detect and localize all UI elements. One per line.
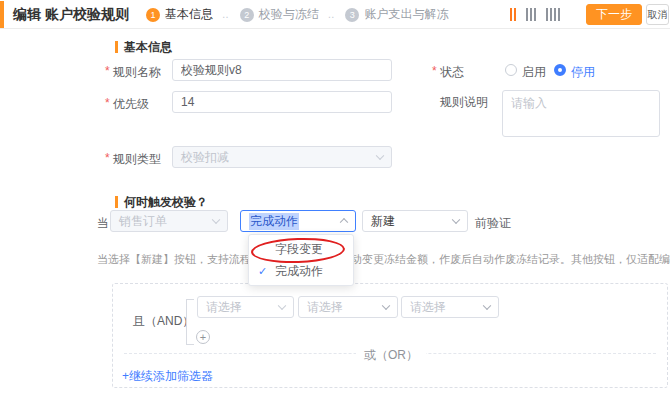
add-filter-link[interactable]: +继续添加筛选器 [122, 368, 213, 385]
bars-icon-4[interactable] [546, 8, 560, 21]
status-radio-disable-label[interactable]: 停用 [571, 64, 595, 81]
trigger-action-select[interactable]: 完成动作 [240, 210, 356, 232]
bars-icon-3[interactable] [526, 8, 536, 21]
page-title: 编辑 账户校验规则 [13, 6, 129, 24]
condition-value-placeholder: 请选择 [410, 299, 446, 316]
chevron-down-icon [452, 216, 460, 224]
section-accent-bar [115, 41, 118, 53]
condition-operator-select[interactable]: 请选择 [298, 296, 398, 318]
check-icon: ✓ [258, 265, 267, 278]
required-asterisk: * [105, 64, 110, 78]
header: 编辑 账户校验规则 1 基本信息 ‥ 2 校验与冻结 ‥ 3 账户支出与解冻 下… [0, 0, 670, 29]
step-2-label: 校验与冻结 [259, 6, 319, 23]
rule-type-select[interactable]: 校验扣减 [172, 146, 392, 168]
section-accent-bar [115, 196, 118, 208]
cancel-button[interactable]: 取消 [646, 4, 669, 25]
condition-value-select[interactable]: 请选择 [401, 296, 499, 318]
status-radio-enable[interactable] [505, 64, 517, 76]
chevron-up-icon [340, 218, 348, 226]
trigger-object-select[interactable]: 销售订单 [110, 210, 228, 232]
chevron-down-icon [278, 302, 286, 310]
chevron-down-icon [376, 152, 384, 160]
rule-type-label: 规则类型 [113, 151, 161, 168]
and-bracket [186, 344, 194, 345]
chevron-down-icon [483, 302, 491, 310]
required-asterisk: * [105, 151, 110, 165]
priority-input[interactable] [172, 91, 392, 113]
and-bracket [186, 299, 187, 344]
header-accent-bar [0, 1, 4, 28]
trigger-button-select[interactable]: 新建 [362, 210, 468, 232]
status-label: 状态 [440, 64, 464, 81]
basic-info-section-title: 基本信息 [124, 39, 172, 56]
step-separator: ‥ [222, 9, 231, 20]
rule-name-input[interactable] [172, 59, 392, 81]
priority-label: 优先级 [113, 96, 149, 113]
condition-field-placeholder: 请选择 [206, 299, 242, 316]
dropdown-option-label: 字段变更 [275, 241, 323, 258]
edit-rule-window: 编辑 账户校验规则 1 基本信息 ‥ 2 校验与冻结 ‥ 3 账户支出与解冻 下… [0, 0, 670, 419]
help-text-right: 动变更冻结金额，作废后自动作废冻结记录。其他按钮，仅适配编辑、作废事件。 [351, 252, 670, 267]
status-radio-enable-label[interactable]: 启用 [522, 64, 546, 81]
rule-name-label: 规则名称 [113, 64, 161, 81]
rule-type-value: 校验扣减 [181, 149, 229, 166]
step-payout-unfreeze[interactable]: 3 账户支出与解冻 [345, 6, 448, 23]
trigger-section-title: 何时触发校验？ [124, 194, 208, 211]
trigger-object-value: 销售订单 [119, 213, 167, 230]
step-1-circle: 1 [146, 8, 160, 22]
step-3-label: 账户支出与解冻 [364, 6, 448, 23]
or-label: 或（OR） [356, 347, 426, 364]
and-bracket [186, 299, 194, 300]
description-textarea[interactable] [502, 90, 660, 137]
condition-operator-placeholder: 请选择 [307, 299, 343, 316]
step-1-label: 基本信息 [165, 6, 213, 23]
progress-bars [510, 8, 560, 21]
when-label: 当 [97, 215, 109, 232]
step-2-circle: 2 [240, 8, 254, 22]
required-asterisk: * [432, 64, 437, 78]
step-basic-info[interactable]: 1 基本信息 [146, 6, 213, 23]
help-text-left: 当选择【新建】按钮，支持流程驳回 [97, 252, 273, 267]
dropdown-option-complete-action[interactable]: ✓ 完成动作 [249, 260, 353, 282]
next-step-button[interactable]: 下一步 [586, 4, 642, 25]
dropdown-option-field-change[interactable]: 字段变更 [249, 238, 353, 260]
chevron-down-icon [382, 302, 390, 310]
step-separator: ‥ [328, 9, 337, 20]
pre-verify-label: 前验证 [475, 215, 511, 232]
condition-field-select[interactable]: 请选择 [197, 296, 294, 318]
chevron-down-icon [212, 216, 220, 224]
dropdown-option-label: 完成动作 [275, 263, 323, 280]
step-3-circle: 3 [345, 8, 359, 22]
step-verify-freeze[interactable]: 2 校验与冻结 [240, 6, 319, 23]
trigger-action-value: 完成动作 [249, 213, 299, 230]
bars-icon-2[interactable] [510, 8, 516, 21]
required-asterisk: * [105, 96, 110, 110]
status-radio-disable[interactable] [554, 64, 566, 76]
description-label: 规则说明 [440, 94, 488, 111]
trigger-button-value: 新建 [371, 213, 395, 230]
add-condition-button[interactable]: + [196, 330, 210, 344]
step-nav: 1 基本信息 ‥ 2 校验与冻结 ‥ 3 账户支出与解冻 [146, 0, 448, 29]
action-select-dropdown: 字段变更 ✓ 完成动作 [248, 234, 354, 286]
